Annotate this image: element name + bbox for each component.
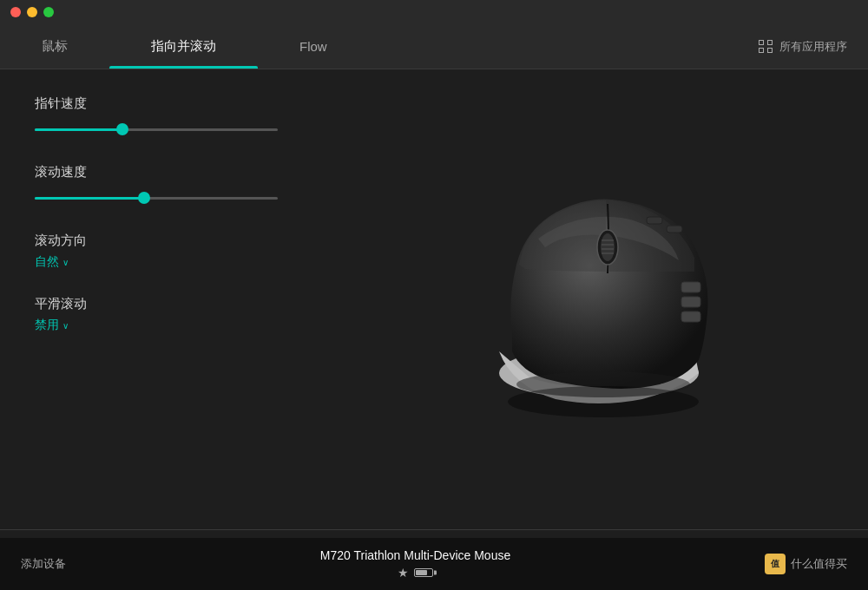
smooth-scroll-group: 平滑滚动 禁用 ∨ xyxy=(35,296,365,333)
svg-rect-11 xyxy=(667,226,682,233)
svg-rect-9 xyxy=(681,311,700,322)
svg-rect-8 xyxy=(681,297,700,307)
status-bar: 添加设备 M720 Triathlon Multi-Device Mouse ★… xyxy=(0,538,868,590)
watermark: 值 什么值得买 xyxy=(765,554,847,574)
pointer-speed-thumb[interactable] xyxy=(116,123,128,135)
svg-rect-7 xyxy=(681,282,700,292)
device-info: M720 Triathlon Multi-Device Mouse ★ xyxy=(320,548,510,580)
pointer-speed-track xyxy=(35,128,278,131)
right-panel xyxy=(365,95,833,503)
main-content: 指针速度 滚动速度 滚动方向 自然 ∨ xyxy=(0,69,868,529)
left-panel: 指针速度 滚动速度 滚动方向 自然 ∨ xyxy=(35,95,365,503)
smooth-scroll-dropdown[interactable]: 禁用 ∨ xyxy=(35,318,365,333)
device-icons: ★ xyxy=(398,566,433,580)
scroll-speed-group: 滚动速度 xyxy=(35,164,365,206)
device-name: M720 Triathlon Multi-Device Mouse xyxy=(320,548,510,562)
tab-flow[interactable]: Flow xyxy=(258,24,369,69)
minimize-button[interactable] xyxy=(27,7,37,17)
maximize-button[interactable] xyxy=(43,7,54,17)
scroll-speed-thumb[interactable] xyxy=(138,192,150,204)
scroll-direction-dropdown[interactable]: 自然 ∨ xyxy=(35,254,365,270)
scroll-speed-fill xyxy=(35,197,144,200)
smooth-scroll-chevron: ∨ xyxy=(62,321,69,331)
svg-point-13 xyxy=(508,386,699,417)
scroll-speed-slider[interactable] xyxy=(35,189,278,206)
mouse-image xyxy=(443,169,755,429)
smooth-scroll-label: 平滑滚动 xyxy=(35,296,365,312)
all-apps-button[interactable]: 所有应用程序 xyxy=(738,24,868,69)
close-button[interactable] xyxy=(10,7,21,17)
tab-bar: 鼠标 指向并滚动 Flow 所有应用程序 xyxy=(0,24,868,69)
watermark-icon: 值 xyxy=(765,554,786,574)
battery-fill xyxy=(416,570,427,575)
add-device-button[interactable]: 添加设备 xyxy=(21,556,66,572)
scroll-direction-label: 滚动方向 xyxy=(35,233,365,249)
pointer-speed-slider[interactable] xyxy=(35,121,278,138)
battery-icon xyxy=(414,568,433,577)
scroll-speed-track xyxy=(35,197,278,200)
window-controls xyxy=(10,7,54,17)
bluetooth-icon: ★ xyxy=(398,566,409,580)
pointer-speed-label: 指针速度 xyxy=(35,95,365,112)
scroll-speed-label: 滚动速度 xyxy=(35,164,365,180)
title-bar xyxy=(0,0,868,24)
tab-pointer[interactable]: 指向并滚动 xyxy=(109,24,258,69)
scroll-direction-group: 滚动方向 自然 ∨ xyxy=(35,233,365,270)
svg-rect-10 xyxy=(647,217,662,224)
scroll-direction-chevron: ∨ xyxy=(62,258,69,267)
grid-icon xyxy=(759,40,773,54)
pointer-speed-fill xyxy=(35,128,122,131)
mouse-illustration xyxy=(443,169,755,429)
svg-point-2 xyxy=(601,233,615,261)
tab-mouse[interactable]: 鼠标 xyxy=(0,24,109,69)
pointer-speed-group: 指针速度 xyxy=(35,95,365,138)
